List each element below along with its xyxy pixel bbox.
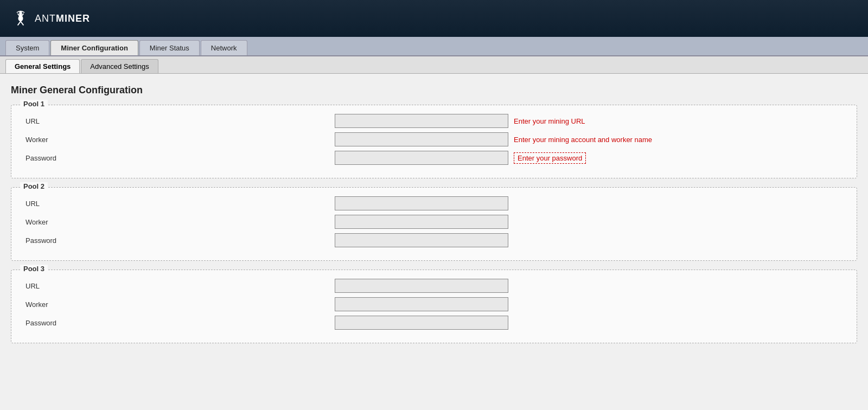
main-tab-bar: System Miner Configuration Miner Status …	[0, 37, 868, 56]
pool1-worker-row: Worker Enter your mining account and wor…	[20, 132, 848, 146]
pool-1-group: Pool 1 URL Enter your mining URL Worker …	[11, 105, 857, 178]
svg-point-0	[19, 11, 22, 16]
pool-3-label: Pool 3	[20, 265, 48, 273]
pool1-url-row: URL Enter your mining URL	[20, 114, 848, 128]
pool2-password-row: Password	[20, 233, 848, 247]
pool1-worker-label: Worker	[20, 136, 335, 144]
main-content: Miner General Configuration Pool 1 URL E…	[0, 74, 868, 410]
pool1-password-hint: Enter your password	[514, 152, 586, 164]
pool2-password-input[interactable]	[335, 233, 508, 247]
antminer-logo-icon	[11, 9, 30, 28]
header: ANTMINER	[0, 0, 868, 37]
pool-2-label: Pool 2	[20, 182, 48, 190]
pool2-worker-input[interactable]	[335, 215, 508, 229]
pool1-worker-input[interactable]	[335, 132, 508, 146]
svg-line-5	[21, 21, 23, 25]
logo: ANTMINER	[11, 9, 90, 28]
pool2-worker-label: Worker	[20, 218, 335, 226]
tab-miner-status[interactable]: Miner Status	[139, 40, 200, 55]
page-title: Miner General Configuration	[11, 85, 857, 96]
pool2-url-label: URL	[20, 200, 335, 208]
pool-2-group: Pool 2 URL Worker Password	[11, 187, 857, 261]
logo-ant: ANT	[35, 13, 56, 24]
pool3-password-row: Password	[20, 316, 848, 330]
tab-system[interactable]: System	[5, 40, 49, 55]
pool2-worker-row: Worker	[20, 215, 848, 229]
logo-text: ANTMINER	[35, 13, 90, 24]
pool2-url-input[interactable]	[335, 196, 508, 210]
pool1-password-label: Password	[20, 154, 335, 162]
sub-tab-bar: General Settings Advanced Settings	[0, 56, 868, 74]
pool3-url-input[interactable]	[335, 279, 508, 293]
pool2-url-row: URL	[20, 196, 848, 210]
pool3-password-label: Password	[20, 319, 335, 327]
pool1-url-label: URL	[20, 117, 335, 125]
pool3-url-row: URL	[20, 279, 848, 293]
pool3-worker-input[interactable]	[335, 297, 508, 311]
pool1-password-input[interactable]	[335, 151, 508, 165]
tab-general-settings[interactable]: General Settings	[5, 59, 80, 73]
pool3-worker-label: Worker	[20, 300, 335, 309]
logo-miner: MINER	[56, 13, 90, 24]
pool-1-label: Pool 1	[20, 100, 48, 108]
pool3-worker-row: Worker	[20, 297, 848, 311]
pool-3-group: Pool 3 URL Worker Password	[11, 270, 857, 343]
svg-point-3	[18, 16, 23, 22]
pool3-url-label: URL	[20, 282, 335, 290]
tab-advanced-settings[interactable]: Advanced Settings	[81, 59, 158, 73]
pool3-password-input[interactable]	[335, 316, 508, 330]
tab-network[interactable]: Network	[201, 40, 247, 55]
pool1-url-hint: Enter your mining URL	[514, 117, 585, 125]
tab-miner-configuration[interactable]: Miner Configuration	[50, 40, 138, 55]
pool1-url-input[interactable]	[335, 114, 508, 128]
pool1-worker-hint: Enter your mining account and worker nam…	[514, 136, 652, 144]
pool2-password-label: Password	[20, 236, 335, 245]
svg-line-4	[18, 21, 21, 25]
pool1-password-row: Password Enter your password	[20, 151, 848, 165]
